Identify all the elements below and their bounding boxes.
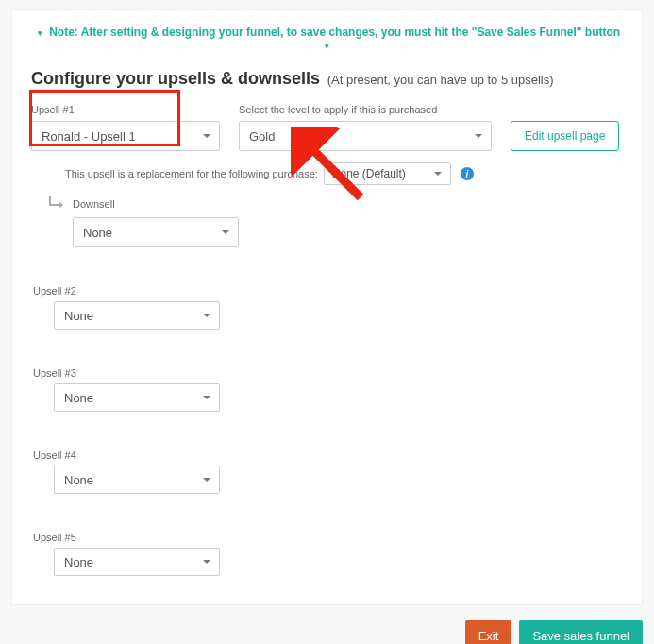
downsell-value: None xyxy=(83,226,112,240)
replacement-select[interactable]: None (Default) xyxy=(324,162,451,185)
exit-button[interactable]: Exit xyxy=(465,620,512,644)
upsell-2-select[interactable]: None xyxy=(54,301,220,330)
replacement-value: None (Default) xyxy=(332,167,406,180)
upsell-5-label: Upsell #5 xyxy=(33,532,76,543)
heading-row: Configure your upsells & downsells (At p… xyxy=(31,69,623,89)
upsell-1-label: Upsell #1 xyxy=(31,104,220,115)
upsell-1-select[interactable]: Ronald - Upsell 1 xyxy=(31,121,220,151)
downsell-select[interactable]: None xyxy=(73,217,239,247)
exit-label: Exit xyxy=(478,629,499,643)
level-label: Select the level to apply if this is pur… xyxy=(239,104,492,115)
downsell-arrow-icon xyxy=(48,196,67,212)
page-title: Configure your upsells & downsells xyxy=(31,69,320,88)
note-text: Note: After setting & designing your fun… xyxy=(49,25,620,39)
upsell-4-value: None xyxy=(64,473,93,487)
edit-upsell-page-label: Edit upsell page xyxy=(525,129,605,143)
page-subtitle: (At present, you can have up to 5 upsell… xyxy=(327,73,554,87)
upsell-3-label: Upsell #3 xyxy=(33,367,76,379)
upsell-4-select[interactable]: None xyxy=(54,466,220,494)
upsell-1-value: Ronald - Upsell 1 xyxy=(42,129,136,144)
level-block: Select the level to apply if this is pur… xyxy=(239,104,492,151)
replacement-label: This upsell is a replacement for the fol… xyxy=(65,168,318,179)
chevron-down-icon: ▾ xyxy=(325,42,329,51)
replacement-row: This upsell is a replacement for the fol… xyxy=(31,162,623,185)
upsell-5-group: Upsell #5 None xyxy=(31,530,623,576)
upsell-3-group: Upsell #3 None xyxy=(31,365,623,412)
upsell-2-group: Upsell #2 None xyxy=(31,283,623,330)
upsell-5-select[interactable]: None xyxy=(54,548,220,576)
downsell-row: Downsell xyxy=(31,196,623,212)
level-select[interactable]: Gold xyxy=(239,121,492,151)
level-value: Gold xyxy=(249,129,275,144)
upsell-3-value: None xyxy=(64,391,93,405)
edit-upsell-page-button[interactable]: Edit upsell page xyxy=(511,121,619,151)
upsell-4-label: Upsell #4 xyxy=(33,449,76,461)
save-sales-funnel-button[interactable]: Save sales funnel xyxy=(519,620,643,644)
upsell-3-select[interactable]: None xyxy=(54,383,220,412)
upsell-2-value: None xyxy=(64,309,93,323)
upsell-5-value: None xyxy=(64,555,93,569)
upsell-4-group: Upsell #4 None xyxy=(31,448,623,494)
upsell-1-row: Upsell #1 Ronald - Upsell 1 Select the l… xyxy=(31,104,623,151)
footer-actions: Exit Save sales funnel xyxy=(0,620,654,644)
chevron-down-icon: ▾ xyxy=(38,28,42,38)
downsell-label: Downsell xyxy=(73,198,115,210)
downsell-select-row: None xyxy=(31,217,623,247)
upsell-2-label: Upsell #2 xyxy=(33,285,76,297)
config-panel: ▾ Note: After setting & designing your f… xyxy=(11,9,643,605)
upsell-1-block: Upsell #1 Ronald - Upsell 1 xyxy=(31,104,220,151)
info-icon[interactable]: i xyxy=(461,167,474,180)
save-label: Save sales funnel xyxy=(532,629,629,643)
note-banner[interactable]: ▾ Note: After setting & designing your f… xyxy=(31,25,623,52)
